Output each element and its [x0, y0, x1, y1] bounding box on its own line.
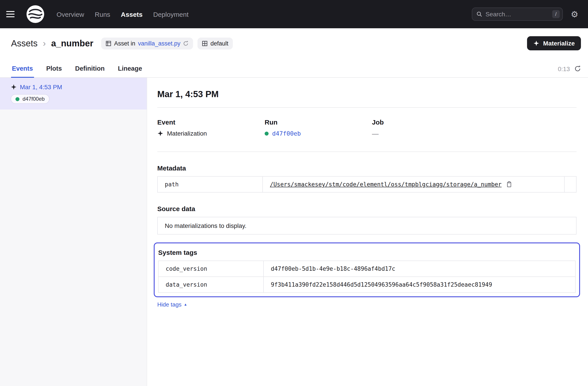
search-box[interactable]: /	[472, 7, 563, 21]
hide-tags-label: Hide tags	[157, 301, 182, 308]
metadata-heading: Metadata	[157, 164, 577, 172]
repo-grid-icon	[202, 41, 208, 46]
breadcrumb-assets-link[interactable]: Assets	[11, 38, 38, 48]
run-column: Run d47f00eb	[265, 118, 372, 137]
breadcrumb: Assets › a_number	[11, 38, 93, 48]
header-chips: Asset in vanilla_asset.py default	[101, 37, 233, 49]
run-column-label: Run	[265, 118, 372, 126]
source-data-heading: Source data	[157, 205, 577, 212]
divider	[157, 151, 577, 152]
run-status-dot	[16, 97, 20, 101]
tab-lineage[interactable]: Lineage	[117, 60, 143, 78]
materialization-sparkle-icon	[11, 84, 17, 90]
run-chip-label: d47f00eb	[22, 96, 45, 102]
event-column: Event Materialization	[157, 118, 265, 137]
run-id-link[interactable]: d47f00eb	[272, 130, 301, 137]
nav-item-runs[interactable]: Runs	[90, 7, 115, 21]
tag-value: d47f00eb-5d1b-4e9e-b18c-4896af4bd17c	[264, 261, 575, 276]
search-shortcut-hint: /	[552, 10, 560, 18]
search-icon	[476, 11, 483, 17]
search-input[interactable]	[485, 11, 552, 18]
nav-item-overview[interactable]: Overview	[52, 7, 89, 21]
copy-icon[interactable]	[506, 181, 513, 188]
materialization-sparkle-icon	[157, 130, 164, 137]
table-row: data_version 9f3b411a390fd22e158d446d5d1…	[159, 276, 575, 292]
asset-definition-chip: Asset in vanilla_asset.py	[101, 37, 193, 49]
metadata-actions-cell	[564, 177, 576, 192]
tag-key: code_version	[159, 261, 264, 276]
table-row: path /Users/smackesey/stm/code/elementl/…	[158, 177, 576, 192]
event-detail-title: Mar 1, 4:53 PM	[157, 89, 577, 99]
run-id-chip: d47f00eb	[11, 94, 49, 104]
event-list-item[interactable]: Mar 1, 4:53 PM d47f00eb	[0, 78, 147, 110]
content: Mar 1, 4:53 PM d47f00eb Mar 1, 4:53 PM E…	[0, 78, 588, 386]
refresh-countdown: 0:13	[558, 65, 570, 72]
gear-icon[interactable]: ⚙	[571, 10, 578, 18]
event-type-value: Materialization	[167, 130, 207, 137]
tab-definition[interactable]: Definition	[74, 60, 105, 78]
system-tags-table: code_version d47f00eb-5d1b-4e9e-b18c-489…	[158, 261, 576, 293]
top-nav: Overview Runs Assets Deployment	[52, 7, 193, 21]
hide-tags-link[interactable]: Hide tags ▲	[157, 301, 187, 308]
event-summary-columns: Event Materialization Run d47f00eb	[157, 108, 577, 151]
tab-plots[interactable]: Plots	[45, 60, 63, 78]
sparkle-icon	[533, 40, 540, 46]
events-sidebar: Mar 1, 4:53 PM d47f00eb	[0, 78, 147, 386]
system-tags-highlight: System tags code_version d47f00eb-5d1b-4…	[154, 243, 580, 297]
reload-icon[interactable]	[183, 41, 189, 46]
metadata-table: path /Users/smackesey/stm/code/elementl/…	[157, 176, 577, 193]
materialize-button[interactable]: Materialize	[527, 36, 581, 50]
menu-icon[interactable]	[6, 7, 20, 21]
run-status-dot	[265, 131, 269, 135]
metadata-key: path	[158, 177, 263, 192]
table-icon	[106, 41, 112, 46]
materialize-label: Materialize	[543, 40, 575, 47]
app: Overview Runs Assets Deployment / ⚙ Asse…	[0, 0, 588, 386]
path-value-link[interactable]: /Users/smackesey/stm/code/elementl/oss/t…	[270, 181, 502, 188]
tag-key: data_version	[159, 277, 264, 292]
nav-item-assets[interactable]: Assets	[116, 7, 147, 21]
event-column-label: Event	[157, 118, 265, 126]
page-header: Assets › a_number Asset in vanilla_asset…	[0, 28, 588, 60]
tag-value: 9f3b411a390fd22e158d446d5d12504963596aa6…	[264, 277, 575, 292]
page-title: a_number	[51, 38, 93, 48]
asset-file-link[interactable]: vanilla_asset.py	[138, 40, 180, 47]
event-detail: Mar 1, 4:53 PM Event Materialization Run	[147, 78, 588, 386]
code-location-label: default	[210, 40, 228, 47]
breadcrumb-separator: ›	[43, 38, 46, 48]
tab-events[interactable]: Events	[11, 60, 34, 78]
tabs-row: Events Plots Definition Lineage 0:13	[0, 60, 588, 78]
refresh-icon[interactable]	[574, 65, 581, 72]
job-column-label: Job	[372, 118, 479, 126]
code-location-chip[interactable]: default	[198, 37, 233, 49]
source-data-empty-message: No materializations to display.	[157, 217, 577, 235]
nav-item-deployment[interactable]: Deployment	[149, 7, 193, 21]
job-column: Job —	[372, 118, 479, 137]
table-row: code_version d47f00eb-5d1b-4e9e-b18c-489…	[159, 261, 575, 276]
refresh-area: 0:13	[558, 65, 581, 72]
caret-up-icon: ▲	[184, 303, 187, 306]
event-timestamp-link[interactable]: Mar 1, 4:53 PM	[20, 83, 62, 91]
job-empty-value: —	[372, 130, 378, 137]
system-tags-heading: System tags	[158, 249, 576, 256]
topbar: Overview Runs Assets Deployment / ⚙	[0, 0, 588, 28]
asset-chip-prefix: Asset in	[114, 40, 135, 47]
dagster-logo-icon[interactable]	[26, 5, 44, 23]
